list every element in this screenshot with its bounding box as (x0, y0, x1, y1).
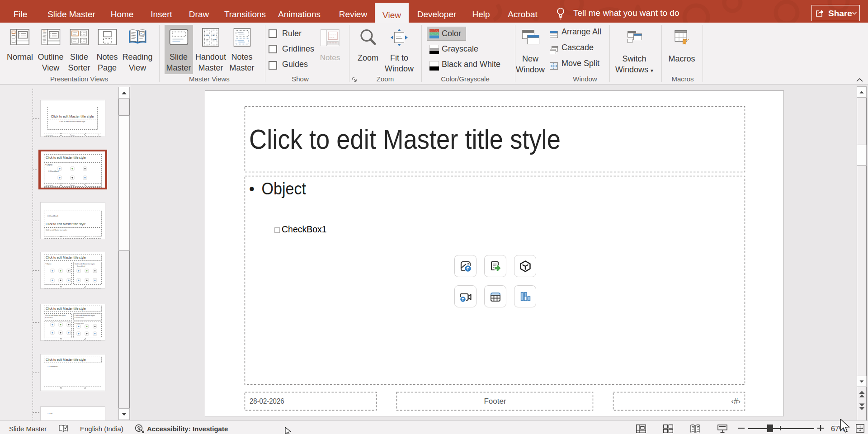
svg-text:• Object: • Object (45, 164, 53, 166)
svg-text:Click to edit Master title sty: Click to edit Master title style (46, 156, 86, 160)
svg-text:• CheckBox: • CheckBox (45, 317, 53, 319)
svg-text:□ CheckBox1: □ CheckBox1 (47, 365, 59, 368)
svg-text:□ Che: □ Che (47, 412, 53, 415)
svg-text:Click to edit Master text styl: Click to edit Master text styles (75, 315, 95, 316)
svg-text:□ CheckBox1: □ CheckBox1 (48, 170, 59, 172)
svg-text:Click to edit Master title sty: Click to edit Master title style (46, 222, 86, 226)
svg-text:Click to edit Master text styl: Click to edit Master text styles (46, 229, 67, 231)
svg-text:Click to edit Master title sty: Click to edit Master title style (51, 114, 94, 118)
svg-text:xx-xx-xxxx: xx-xx-xxxx (46, 134, 53, 136)
svg-text:• Object: • Object (45, 263, 52, 265)
svg-text:Footer: Footer (70, 134, 75, 136)
svg-text:Click to edit Master title sty: Click to edit Master title style (46, 358, 86, 362)
svg-text:• Second level: • Second level (76, 265, 85, 267)
svg-text:Click to edit Master title sty: Click to edit Master title style (46, 307, 86, 311)
svg-text:Click to edit Master text styl: Click to edit Master text styles (45, 315, 66, 316)
svg-text:• Second level: • Second level (75, 317, 84, 319)
svg-text:Click to edit Master subtitle: Click to edit Master subtitle style (59, 120, 85, 123)
svg-text:• Second level: • Second level (75, 323, 84, 325)
svg-text:Footer: Footer (70, 184, 75, 186)
svg-text:Click to edit Master title sty: Click to edit Master title style (46, 256, 86, 259)
svg-text:‹#›: ‹#› (98, 134, 100, 136)
svg-text:□ CheckBox1: □ CheckBox1 (47, 215, 59, 217)
svg-text:xx-xx-xxxx: xx-xx-xxxx (46, 184, 53, 186)
svg-text:Click to edit Master text styl: Click to edit Master text styles (75, 263, 95, 265)
